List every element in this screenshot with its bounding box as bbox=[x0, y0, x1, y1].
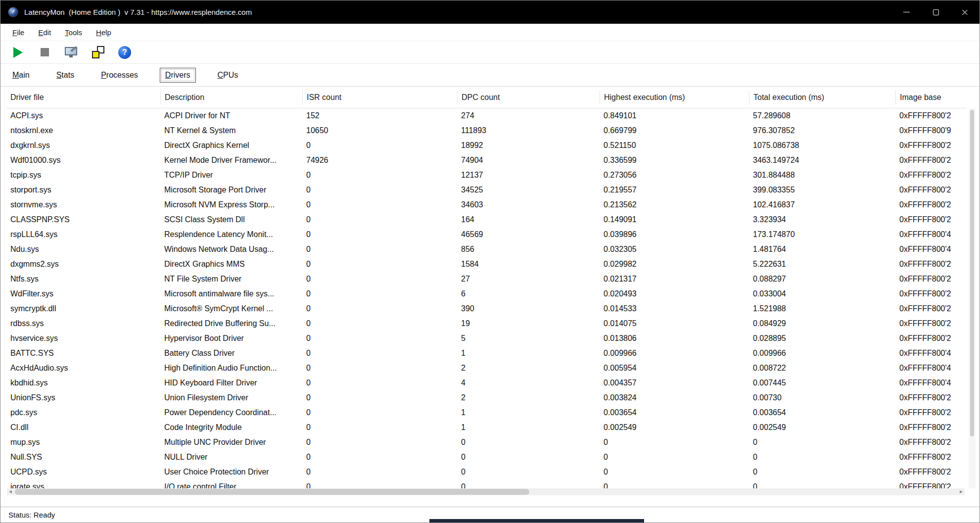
table-row[interactable]: kbdhid.sysHID Keyboard Filter Driver040.… bbox=[6, 376, 967, 390]
table-cell: 0xFFFFF800'2 bbox=[895, 423, 967, 432]
table-row[interactable]: dxgmms2.sysDirectX Graphics MMS015840.02… bbox=[6, 257, 967, 272]
minimize-button[interactable] bbox=[892, 0, 921, 24]
table-row[interactable]: BATTC.SYSBattery Class Driver010.0099660… bbox=[6, 346, 967, 361]
table-cell: 0 bbox=[600, 438, 749, 447]
menu-item-help[interactable]: Help bbox=[91, 26, 117, 39]
tab-drivers[interactable]: Drivers bbox=[160, 68, 196, 83]
table-cell: 0.004357 bbox=[600, 379, 749, 387]
table-row[interactable]: CI.dllCode Integrity Module010.0025490.0… bbox=[6, 420, 967, 435]
horizontal-scrollbar-thumb[interactable] bbox=[15, 489, 529, 495]
table-cell: 0 bbox=[302, 482, 457, 488]
table-cell: 1075.086738 bbox=[749, 141, 895, 150]
tab-processes[interactable]: Processes bbox=[96, 68, 143, 82]
maximize-button[interactable] bbox=[921, 0, 950, 24]
vertical-scrollbar[interactable] bbox=[969, 108, 976, 488]
table-row[interactable]: storport.sysMicrosoft Storage Port Drive… bbox=[6, 183, 967, 197]
table-cell: 0 bbox=[302, 334, 457, 343]
table-row[interactable]: Ntfs.sysNT File System Driver0270.021317… bbox=[6, 272, 967, 286]
column-header[interactable]: Description bbox=[160, 91, 302, 104]
scroll-left-arrow-icon[interactable] bbox=[9, 490, 12, 493]
table-cell: 0xFFFFF800'2 bbox=[895, 438, 967, 447]
table-row[interactable]: Null.SYSNULL Driver00000xFFFFF800'2 bbox=[6, 450, 967, 465]
table-cell: 74926 bbox=[302, 156, 457, 165]
table-cell: 0 bbox=[302, 468, 457, 476]
table-cell: 0 bbox=[457, 482, 600, 488]
copy-report-icon bbox=[92, 46, 104, 58]
close-button[interactable] bbox=[950, 0, 980, 24]
table-row[interactable]: iorate.sysI/O rate control Filter00000xF… bbox=[6, 479, 967, 488]
monitor-stand-icon bbox=[69, 55, 73, 57]
copy-report-button[interactable] bbox=[91, 45, 105, 60]
window-title: LatencyMon (Home Edition ) v 7.31 - http… bbox=[24, 8, 252, 16]
table-cell: 74904 bbox=[457, 156, 600, 165]
table-row[interactable]: hvservice.sysHypervisor Boot Driver050.0… bbox=[6, 331, 967, 346]
table-row[interactable]: tcpip.sysTCP/IP Driver0121370.273056301.… bbox=[6, 168, 967, 183]
table-cell: 0.521150 bbox=[600, 141, 749, 150]
table-cell: 1 bbox=[457, 423, 600, 432]
table-row[interactable]: Wdf01000.sysKernel Mode Driver Framewor.… bbox=[6, 153, 967, 168]
table-row[interactable]: rspLLL64.sysResplendence Latency Monit..… bbox=[6, 227, 967, 242]
table-cell: iorate.sys bbox=[6, 482, 160, 488]
table-cell: 0 bbox=[600, 468, 749, 476]
table-row[interactable]: CLASSPNP.SYSSCSI Class System Dll01640.1… bbox=[6, 212, 967, 227]
tab-cpus[interactable]: CPUs bbox=[213, 68, 243, 82]
close-icon bbox=[962, 9, 969, 16]
table-cell: 0.336599 bbox=[600, 156, 749, 165]
tab-stats[interactable]: Stats bbox=[51, 68, 79, 82]
table-row[interactable]: WdFilter.sysMicrosoft antimalware file s… bbox=[6, 286, 967, 301]
table-cell: 5.222631 bbox=[749, 260, 895, 269]
table-row[interactable]: UnionFS.sysUnion Filesystem Driver020.00… bbox=[6, 390, 967, 405]
menu-item-file[interactable]: File bbox=[7, 26, 30, 39]
table-row[interactable]: stornvme.sysMicrosoft NVM Express Storp.… bbox=[6, 197, 967, 212]
table-row[interactable]: UCPD.sysUser Choice Protection Driver000… bbox=[6, 465, 967, 479]
table-cell: 0xFFFFF800'2 bbox=[895, 156, 967, 165]
start-monitor-button[interactable] bbox=[10, 45, 25, 60]
table-cell: Multiple UNC Provider Driver bbox=[160, 438, 302, 447]
table-cell: 0.213562 bbox=[600, 200, 749, 209]
table-cell: User Choice Protection Driver bbox=[160, 468, 302, 476]
table-cell: 0xFFFFF800'2 bbox=[895, 275, 967, 284]
analyze-button[interactable] bbox=[64, 45, 79, 60]
table-row[interactable]: AcxHdAudio.sysHigh Definition Audio Func… bbox=[6, 361, 967, 376]
vertical-scrollbar-thumb[interactable] bbox=[970, 110, 974, 436]
table-row[interactable]: symcryptk.dllMicrosoft® SymCrypt Kernel … bbox=[6, 301, 967, 316]
table-cell: 57.289608 bbox=[749, 111, 895, 120]
analyze-monitor-icon bbox=[65, 47, 78, 58]
table-row[interactable]: ACPI.sysACPI Driver for NT1522740.849101… bbox=[6, 108, 967, 123]
table-row[interactable]: rdbss.sysRedirected Drive Buffering Su..… bbox=[6, 316, 967, 331]
column-header[interactable]: Total execution (ms) bbox=[749, 91, 895, 104]
help-button[interactable]: ? bbox=[117, 45, 132, 60]
stop-icon bbox=[41, 48, 49, 56]
menu-item-tools[interactable]: Tools bbox=[59, 26, 88, 39]
tab-main[interactable]: Main bbox=[7, 68, 35, 82]
table-cell: mup.sys bbox=[6, 438, 160, 447]
table-row[interactable]: mup.sysMultiple UNC Provider Driver00000… bbox=[6, 435, 967, 450]
column-header[interactable]: DPC count bbox=[457, 91, 600, 104]
column-header[interactable]: Driver file bbox=[6, 91, 160, 104]
column-header[interactable]: Image base bbox=[895, 91, 967, 104]
table-cell: 0.039896 bbox=[600, 230, 749, 239]
table-cell: 0 bbox=[302, 304, 457, 313]
column-header[interactable]: ISR count bbox=[302, 91, 457, 104]
table-cell: 0 bbox=[302, 408, 457, 417]
table-row[interactable]: ntoskrnl.exeNT Kernel & System1065011189… bbox=[6, 123, 967, 138]
table-cell: 0.007445 bbox=[749, 379, 895, 387]
table-cell: Wdf01000.sys bbox=[6, 156, 160, 165]
horizontal-scrollbar[interactable] bbox=[7, 488, 965, 495]
table-cell: 301.884488 bbox=[749, 171, 895, 180]
table-cell: Kernel Mode Driver Framewor... bbox=[160, 156, 302, 165]
column-header[interactable]: Highest execution (ms) bbox=[600, 91, 749, 104]
table-cell: 0xFFFFF800'4 bbox=[895, 245, 967, 254]
table-row[interactable]: dxgkrnl.sysDirectX Graphics Kernel018992… bbox=[6, 138, 967, 153]
table-cell: 173.174870 bbox=[749, 230, 895, 239]
table-cell: I/O rate control Filter bbox=[160, 482, 302, 488]
stop-monitor-button[interactable] bbox=[37, 45, 52, 60]
scroll-right-arrow-icon[interactable] bbox=[960, 490, 963, 493]
table-row[interactable]: pdc.sysPower Dependency Coordinat...010.… bbox=[6, 405, 967, 420]
table-row[interactable]: Ndu.sysWindows Network Data Usag...08560… bbox=[6, 242, 967, 257]
table-cell: 0 bbox=[600, 453, 749, 462]
table-cell: 0.020493 bbox=[600, 289, 749, 298]
table-cell: 0 bbox=[302, 171, 457, 180]
menu-item-edit[interactable]: Edit bbox=[33, 26, 56, 39]
driver-table-body: ACPI.sysACPI Driver for NT1522740.849101… bbox=[6, 108, 967, 488]
